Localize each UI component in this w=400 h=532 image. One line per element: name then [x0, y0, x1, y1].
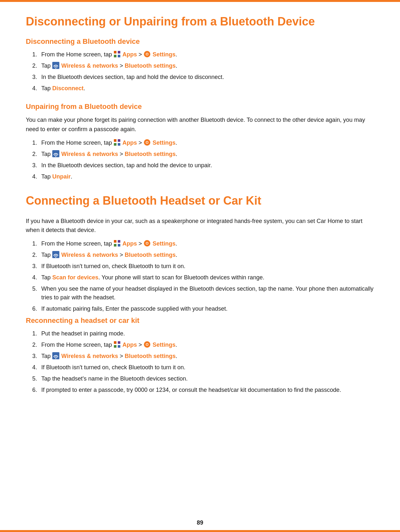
apps-label-r-2: Apps: [121, 342, 137, 348]
step-content-r-4: If Bluetooth isn't turned on, check Blue…: [41, 363, 374, 372]
step-c-2: 2. Tap Wireless & networks > Bluetooth s…: [32, 251, 374, 259]
step-content-u-2: Tap Wireless & networks > Bluetooth sett…: [41, 150, 374, 159]
settings-label-d-1: Settings: [151, 51, 175, 58]
wifi-icon-c-2: [52, 251, 59, 258]
apps-icon-c-1: [114, 240, 121, 247]
step-num-c-3: 3.: [32, 262, 41, 271]
step-content-u-1: From the Home screen, tap Apps > Setting…: [41, 139, 374, 147]
svg-rect-20: [114, 244, 116, 247]
step-content-d-4: Tap Disconnect.: [41, 84, 374, 93]
step-content-r-3: Tap Wireless & networks > Bluetooth sett…: [41, 352, 374, 361]
bt-label-u-2: Bluetooth settings: [125, 151, 175, 157]
step-c-3: 3. If Bluetooth isn't turned on, check B…: [32, 262, 374, 271]
svg-rect-29: [114, 345, 116, 348]
step-c-4: 4. Tap Scan for devices. Your phone will…: [32, 273, 374, 282]
step-r-4: 4. If Bluetooth isn't turned on, check B…: [32, 363, 374, 372]
step-d-2: 2. Tap Wireless & networks > Bluetooth s…: [32, 62, 374, 70]
step-num-r-5: 5.: [32, 374, 41, 383]
step-num-d-2: 2.: [32, 62, 41, 70]
svg-rect-18: [114, 240, 116, 243]
svg-point-8: [55, 68, 56, 69]
apps-label-u-1: Apps: [121, 140, 137, 146]
unpair-label: Unpair: [52, 173, 71, 180]
bt-label-d-2: Bluetooth settings: [125, 63, 175, 69]
step-r-5: 5. Tap the headset's name in the Bluetoo…: [32, 374, 374, 383]
svg-point-33: [146, 344, 148, 345]
step-content-d-3: In the Bluetooth devices section, tap an…: [41, 73, 374, 82]
step-num-r-3: 3.: [32, 352, 41, 361]
main-title-1: Disconnecting or Unpairing from a Blueto…: [26, 15, 374, 28]
section-connecting-title: Connecting a Bluetooth Headset or Car Ki…: [26, 194, 374, 314]
settings-label-r-2: Settings: [151, 342, 175, 348]
page-footer: 89: [0, 519, 400, 526]
step-r-3: 3. Tap Wireless & networks > Bluetooth s…: [32, 352, 374, 361]
main-content: Disconnecting or Unpairing from a Blueto…: [0, 2, 400, 443]
step-content-c-5: When you see the name of your headset di…: [41, 285, 374, 302]
svg-rect-12: [118, 143, 120, 146]
step-d-3: 3. In the Bluetooth devices section, tap…: [32, 73, 374, 82]
step-u-4: 4. Tap Unpair.: [32, 172, 374, 181]
step-num-c-2: 2.: [32, 251, 41, 259]
wireless-label-c-2: Wireless & networks: [60, 252, 118, 258]
step-u-1: 1. From the Home screen, tap Apps > Sett…: [32, 139, 374, 147]
svg-rect-27: [114, 341, 116, 344]
svg-rect-1: [118, 51, 120, 53]
step-num-c-6: 6.: [32, 305, 41, 313]
step-r-1: 1. Put the headset in pairing mode.: [32, 329, 374, 338]
wireless-label-u-2: Wireless & networks: [60, 151, 118, 157]
step-num-r-6: 6.: [32, 386, 41, 394]
wireless-label-d-2: Wireless & networks: [60, 63, 118, 69]
page-number: 89: [197, 519, 203, 526]
svg-rect-2: [114, 55, 116, 57]
svg-point-15: [146, 141, 148, 143]
steps-unpairing: 1. From the Home screen, tap Apps > Sett…: [32, 139, 374, 181]
step-num-r-2: 2.: [32, 341, 41, 349]
settings-label-u-1: Settings: [151, 140, 175, 146]
svg-rect-9: [114, 139, 116, 142]
bt-label-r-3: Bluetooth settings: [125, 353, 175, 359]
step-c-1: 1. From the Home screen, tap Apps > Sett…: [32, 239, 374, 248]
svg-point-6: [146, 53, 148, 55]
step-num-r-4: 4.: [32, 363, 41, 372]
disconnect-label: Disconnect: [52, 85, 84, 92]
step-num-u-1: 1.: [32, 139, 41, 147]
step-content-r-2: From the Home screen, tap Apps > Setting…: [41, 341, 374, 349]
heading-unpairing: Unpairing from a Bluetooth device: [26, 102, 374, 111]
step-r-6: 6. If prompted to enter a passcode, try …: [32, 386, 374, 394]
step-content-r-6: If prompted to enter a passcode, try 000…: [41, 386, 374, 394]
svg-rect-19: [118, 240, 120, 243]
heading-reconnecting: Reconnecting a headset or car kit: [26, 316, 374, 325]
step-num-d-3: 3.: [32, 73, 41, 82]
svg-point-26: [55, 257, 56, 258]
connecting-intro: If you have a Bluetooth device in your c…: [26, 217, 374, 235]
svg-rect-3: [118, 55, 120, 57]
step-num-d-4: 4.: [32, 84, 41, 93]
wifi-icon-r-3: [52, 352, 59, 359]
step-d-1: 1. From the Home screen, tap Apps > Sett…: [32, 50, 374, 59]
svg-rect-28: [118, 341, 120, 344]
step-content-u-4: Tap Unpair.: [41, 172, 374, 181]
main-title-2: Connecting a Bluetooth Headset or Car Ki…: [26, 194, 374, 208]
steps-connecting: 1. From the Home screen, tap Apps > Sett…: [32, 239, 374, 313]
step-content-r-1: Put the headset in pairing mode.: [41, 329, 374, 338]
step-content-d-2: Tap Wireless & networks > Bluetooth sett…: [41, 62, 374, 70]
settings-icon-r-2: [144, 341, 151, 348]
svg-point-17: [55, 156, 56, 157]
step-u-3: 3. In the Bluetooth devices section, tap…: [32, 161, 374, 170]
step-num-c-1: 1.: [32, 239, 41, 248]
step-u-2: 2. Tap Wireless & networks > Bluetooth s…: [32, 150, 374, 159]
settings-icon-u-1: [144, 139, 151, 146]
step-content-u-3: In the Bluetooth devices section, tap an…: [41, 161, 374, 170]
step-num-u-4: 4.: [32, 172, 41, 181]
section-unpairing: Unpairing from a Bluetooth device You ca…: [26, 102, 374, 181]
settings-label-c-1: Settings: [151, 240, 175, 247]
step-num-d-1: 1.: [32, 50, 41, 59]
step-content-c-6: If automatic pairing fails, Enter the pa…: [41, 305, 374, 313]
svg-point-35: [55, 358, 56, 359]
steps-disconnecting: 1. From the Home screen, tap Apps > Sett…: [32, 50, 374, 93]
apps-label-d-1: Apps: [121, 51, 137, 58]
svg-rect-0: [114, 51, 116, 53]
step-content-c-1: From the Home screen, tap Apps > Setting…: [41, 239, 374, 248]
step-num-c-4: 4.: [32, 273, 41, 282]
heading-disconnecting: Disconnecting a Bluetooth device: [26, 37, 374, 46]
